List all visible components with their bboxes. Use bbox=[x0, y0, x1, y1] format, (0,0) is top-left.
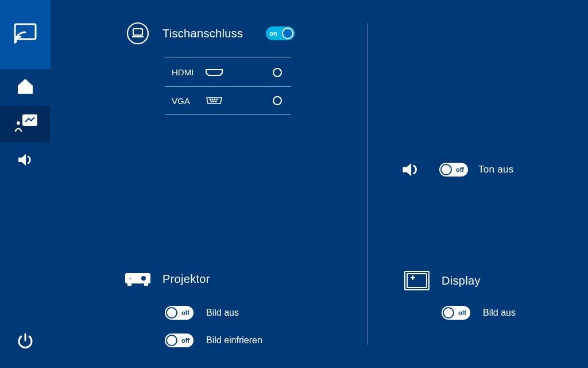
cast-icon bbox=[13, 21, 37, 48]
sound-mute-label: Ton aus bbox=[478, 164, 514, 175]
hdmi-port-icon bbox=[205, 68, 245, 76]
section-sound-mute: off Ton aus bbox=[399, 160, 514, 179]
svg-point-14 bbox=[141, 275, 146, 281]
projector-freeze-row: off Bild einfrieren bbox=[165, 327, 262, 354]
sidebar-item-sound[interactable] bbox=[0, 143, 51, 179]
svg-point-7 bbox=[212, 99, 213, 100]
display-label: Display bbox=[442, 274, 481, 288]
sidebar-item-power[interactable] bbox=[0, 317, 51, 368]
present-icon bbox=[13, 113, 38, 136]
svg-point-4 bbox=[127, 23, 148, 44]
connection-label: VGA bbox=[165, 96, 205, 106]
section-projector: Projektor bbox=[125, 270, 210, 288]
display-image-off-toggle[interactable]: off bbox=[442, 306, 470, 320]
projector-controls: off Bild aus off Bild einfrieren bbox=[165, 299, 262, 354]
projector-image-off-row: off Bild aus bbox=[165, 299, 262, 327]
projector-image-off-label: Bild aus bbox=[206, 308, 239, 318]
vertical-divider bbox=[367, 23, 368, 345]
section-display: Display bbox=[404, 270, 481, 291]
projector-icon bbox=[125, 270, 151, 288]
connection-label: HDMI bbox=[165, 67, 205, 77]
connection-row-hdmi[interactable]: HDMI bbox=[165, 57, 291, 86]
svg-point-12 bbox=[215, 101, 216, 102]
projector-label: Projektor bbox=[163, 273, 210, 286]
svg-point-15 bbox=[129, 277, 131, 279]
svg-rect-17 bbox=[145, 283, 148, 285]
svg-point-6 bbox=[210, 99, 211, 100]
connection-radio[interactable] bbox=[245, 68, 291, 77]
sidebar-item-cast[interactable] bbox=[0, 0, 51, 69]
tischanschluss-toggle[interactable]: on bbox=[266, 26, 295, 40]
laptop-icon bbox=[125, 22, 151, 45]
connection-radio[interactable] bbox=[245, 96, 291, 105]
svg-point-2 bbox=[17, 121, 20, 125]
projector-image-off-toggle[interactable]: off bbox=[165, 306, 194, 320]
speaker-icon bbox=[17, 151, 34, 171]
svg-point-11 bbox=[213, 101, 214, 102]
display-image-off-row: off Bild aus bbox=[442, 299, 516, 327]
main-panel: Tischanschluss on HDMI VGA bbox=[51, 0, 588, 368]
power-icon bbox=[16, 332, 34, 353]
svg-rect-16 bbox=[128, 283, 131, 285]
section-tischanschluss: Tischanschluss on bbox=[125, 22, 295, 45]
svg-point-10 bbox=[211, 101, 212, 102]
tischanschluss-label: Tischanschluss bbox=[163, 27, 243, 40]
svg-point-8 bbox=[214, 99, 215, 100]
svg-point-9 bbox=[216, 99, 218, 100]
display-icon bbox=[404, 270, 430, 291]
vga-port-icon bbox=[205, 97, 245, 105]
svg-point-1 bbox=[15, 40, 17, 43]
projector-freeze-label: Bild einfrieren bbox=[206, 335, 262, 346]
svg-rect-5 bbox=[133, 29, 142, 35]
projector-freeze-toggle[interactable]: off bbox=[165, 334, 194, 347]
sidebar-item-home[interactable] bbox=[0, 69, 51, 106]
connection-list: HDMI VGA bbox=[165, 57, 291, 115]
display-controls: off Bild aus bbox=[442, 299, 516, 327]
home-icon bbox=[16, 76, 35, 98]
speaker-icon bbox=[399, 160, 422, 179]
sidebar-item-present[interactable] bbox=[0, 106, 51, 143]
display-image-off-label: Bild aus bbox=[483, 308, 516, 318]
sound-mute-toggle[interactable]: off bbox=[439, 163, 468, 177]
svg-rect-19 bbox=[407, 274, 427, 288]
connection-row-vga[interactable]: VGA bbox=[165, 86, 291, 115]
sidebar bbox=[0, 0, 51, 368]
